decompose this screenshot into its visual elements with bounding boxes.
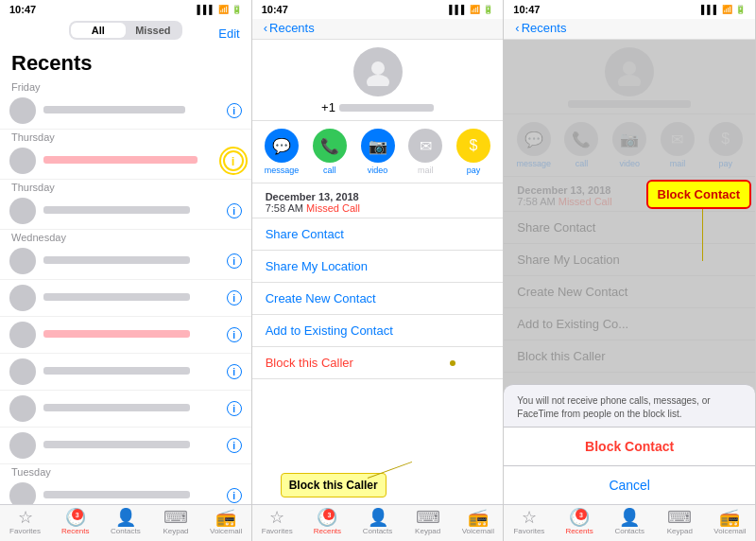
info-button[interactable]: i bbox=[227, 253, 242, 269]
contact-number: +1 bbox=[321, 100, 434, 114]
name-blur bbox=[43, 156, 198, 164]
tab-favorites[interactable]: ☆ Favorites bbox=[0, 509, 50, 535]
recents-list: Friday i Thursday i Thursday i bbox=[0, 79, 251, 504]
info-button[interactable]: i bbox=[227, 290, 242, 305]
svg-point-1 bbox=[367, 75, 389, 86]
list-item[interactable]: i bbox=[0, 193, 251, 230]
voicemail-icon: 📻 bbox=[468, 509, 489, 526]
list-item[interactable]: i bbox=[0, 93, 251, 130]
tab-voicemail[interactable]: 📻 Voicemail bbox=[201, 509, 251, 535]
tab-keypad-3[interactable]: ⌨ Keypad bbox=[655, 509, 705, 535]
tab-favorites-3[interactable]: ☆ Favorites bbox=[504, 509, 554, 535]
info-button[interactable]: i bbox=[227, 327, 242, 342]
menu-block-caller[interactable]: Block this Caller bbox=[252, 347, 504, 379]
star-icon: ☆ bbox=[269, 509, 284, 526]
tab-contacts[interactable]: 👤 Contacts bbox=[100, 509, 150, 535]
action-buttons: 💬 message 📞 call 📷 video ✉ mail $ pay bbox=[252, 121, 504, 183]
list-item[interactable]: i bbox=[0, 280, 251, 317]
time-2: 10:47 bbox=[262, 4, 288, 15]
info-button-highlighted[interactable]: i bbox=[223, 150, 244, 171]
call-icon: 📞 bbox=[313, 129, 347, 163]
red-callout-block-contact: Block Contact bbox=[646, 180, 751, 209]
call-type: Missed Call bbox=[306, 202, 360, 214]
list-item[interactable]: i bbox=[0, 428, 251, 464]
edit-button[interactable]: Edit bbox=[218, 26, 239, 41]
back-button[interactable]: ‹ Recents bbox=[264, 21, 315, 35]
tab-bar-1: ☆ Favorites 3 🕐 Recents 👤 Contacts ⌨ Key… bbox=[0, 504, 251, 541]
action-pay[interactable]: $ pay bbox=[455, 129, 492, 175]
contact-header: +1 bbox=[252, 40, 504, 121]
contacts-icon: 👤 bbox=[619, 509, 640, 526]
list-item[interactable]: i bbox=[0, 391, 251, 428]
callout-anchor-dot bbox=[450, 360, 455, 366]
name-blur bbox=[43, 106, 185, 113]
phone-contact-detail: 10:47 ▌▌▌ 📶 🔋 ‹ Recents +1 💬 message 📞 c… bbox=[252, 0, 505, 541]
info-button[interactable]: i bbox=[227, 364, 242, 379]
list-item[interactable]: i bbox=[0, 354, 251, 391]
list-item[interactable]: i bbox=[0, 478, 251, 504]
tab-recents-2[interactable]: 3 🕐 Recents bbox=[302, 509, 352, 535]
avatar bbox=[9, 322, 36, 348]
seg-control[interactable]: All Missed bbox=[69, 21, 182, 40]
action-video[interactable]: 📷 video bbox=[359, 129, 396, 175]
back-button-3[interactable]: ‹ Recents bbox=[515, 21, 566, 35]
tab-recents-3[interactable]: 3 🕐 Recents bbox=[554, 509, 604, 535]
keypad-icon: ⌨ bbox=[667, 509, 692, 526]
modal-confirm-button[interactable]: Block Contact bbox=[504, 427, 755, 465]
action-call[interactable]: 📞 call bbox=[311, 129, 348, 175]
keypad-icon: ⌨ bbox=[163, 509, 188, 526]
menu-add-existing[interactable]: Add to Existing Contact bbox=[252, 315, 504, 347]
menu-share-contact[interactable]: Share Contact bbox=[252, 218, 504, 251]
seg-all[interactable]: All bbox=[71, 23, 126, 38]
battery-icon: 🔋 bbox=[232, 5, 242, 14]
name-blur bbox=[43, 206, 190, 214]
tab-voicemail-3[interactable]: 📻 Voicemail bbox=[705, 509, 755, 535]
wifi-icon: 📶 bbox=[722, 5, 732, 14]
signal-icon: ▌▌▌ bbox=[449, 5, 467, 14]
message-icon: 💬 bbox=[265, 129, 299, 163]
star-icon: ☆ bbox=[522, 509, 537, 526]
menu-new-contact[interactable]: Create New Contact bbox=[252, 283, 504, 315]
tab-recents[interactable]: 3 🕐 Recents bbox=[50, 509, 100, 535]
status-bar-2: 10:47 ▌▌▌ 📶 🔋 bbox=[252, 0, 504, 19]
avatar bbox=[9, 482, 36, 504]
seg-missed[interactable]: Missed bbox=[126, 23, 180, 38]
avatar bbox=[9, 432, 36, 459]
contacts-icon: 👤 bbox=[368, 509, 388, 526]
red-callout-arrow bbox=[702, 204, 703, 261]
avatar bbox=[9, 358, 36, 385]
info-button[interactable]: i bbox=[227, 103, 242, 118]
info-button[interactable]: i bbox=[227, 488, 242, 503]
list-item[interactable]: i bbox=[0, 143, 251, 180]
mail-icon: ✉ bbox=[408, 129, 442, 163]
tab-contacts-2[interactable]: 👤 Contacts bbox=[352, 509, 403, 535]
tab-keypad[interactable]: ⌨ Keypad bbox=[150, 509, 200, 535]
tab-bar-3: ☆ Favorites 3 🕐 Recents 👤 Contacts ⌨ Key… bbox=[504, 504, 755, 541]
info-button[interactable]: i bbox=[227, 203, 242, 218]
info-button[interactable]: i bbox=[227, 438, 242, 453]
modal-description: You will not receive phone calls, messag… bbox=[504, 385, 755, 427]
tab-keypad-2[interactable]: ⌨ Keypad bbox=[403, 509, 453, 535]
avatar bbox=[9, 395, 36, 422]
svg-point-0 bbox=[371, 61, 385, 75]
section-thursday: Thursday bbox=[0, 130, 251, 143]
call-date: December 13, 2018 bbox=[266, 191, 490, 202]
modal-cancel-button[interactable]: Cancel bbox=[504, 465, 755, 504]
list-item[interactable]: i bbox=[0, 243, 251, 280]
action-message[interactable]: 💬 message bbox=[264, 129, 301, 175]
info-button[interactable]: i bbox=[227, 401, 242, 416]
status-icons-2: ▌▌▌ 📶 🔋 bbox=[449, 5, 493, 14]
phone-block-modal: 10:47 ▌▌▌ 📶 🔋 ‹ Recents 💬 message bbox=[504, 0, 756, 541]
contact-avatar bbox=[353, 47, 403, 96]
keypad-icon: ⌨ bbox=[416, 509, 440, 526]
tab-contacts-3[interactable]: 👤 Contacts bbox=[605, 509, 655, 535]
avatar bbox=[9, 285, 36, 311]
call-info: December 13, 2018 7:58 AM Missed Call bbox=[252, 183, 504, 218]
list-item[interactable]: i bbox=[0, 317, 251, 354]
tab-voicemail-2[interactable]: 📻 Voicemail bbox=[453, 509, 503, 535]
menu-share-location[interactable]: Share My Location bbox=[252, 251, 504, 283]
section-thursday2: Thursday bbox=[0, 180, 251, 193]
tab-favorites-2[interactable]: ☆ Favorites bbox=[252, 509, 302, 535]
battery-icon: 🔋 bbox=[483, 5, 493, 14]
avatar bbox=[9, 248, 36, 274]
